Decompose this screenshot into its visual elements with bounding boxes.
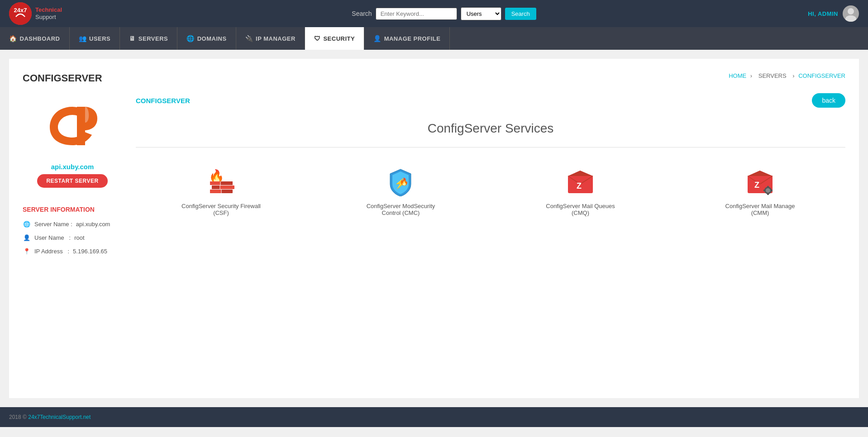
main-content: CONFIGSERVER HOME › SERVERS › CONFIGSERV… [9,59,859,398]
security-icon: 🛡 [314,35,321,42]
svg-rect-29 [767,193,769,195]
server-name-label: Server Name : [34,221,72,228]
cpanel-logo-svg [45,102,100,147]
left-panel: api.xuby.com RESTART SERVER SERVER INFOR… [23,93,122,261]
content-area: api.xuby.com RESTART SERVER SERVER INFOR… [23,93,845,261]
header-right: HI, ADMIN [808,5,859,22]
configserver-section-title: CONFIGSERVER [136,97,190,104]
service-cmc[interactable]: ⚡ 🔥 ConfigServer ModSecurity Control (CM… [360,166,442,216]
search-area: Search Users Servers Domains Search [352,7,536,20]
nav-label-users: USERS [89,35,110,42]
manage-profile-icon: 👤 [373,35,382,42]
svg-rect-8 [221,181,233,185]
right-panel: CONFIGSERVER back ConfigServer Services … [136,93,845,261]
search-button[interactable]: Search [505,8,536,20]
dashboard-icon: 🏠 [9,35,17,42]
divider [136,147,845,147]
svg-rect-12 [210,190,221,193]
footer-link[interactable]: 24x7TechnicalSupport.net [28,414,91,420]
svg-point-27 [766,188,770,193]
servers-icon: 🖥 [129,35,136,42]
username-row: 👤 User Name : root [23,233,122,242]
header: 24x7 Technical Support Search Users Serv… [0,0,868,27]
ip-value: 5.196.169.65 [73,248,107,255]
nav-item-users[interactable]: 👥 USERS [70,27,120,50]
nav-label-manage-profile: MANAGE PROFILE [384,35,441,42]
nav-item-ip-manager[interactable]: 🔌 IP MANAGER [236,27,305,50]
nav-item-servers[interactable]: 🖥 SERVERS [120,27,177,50]
service-csf[interactable]: 🔥 [181,166,262,216]
services-title: ConfigServer Services [136,121,845,136]
domains-icon: 🌐 [186,35,195,42]
ip-icon: 📍 [23,247,31,255]
search-dropdown[interactable]: Users Servers Domains [461,7,501,20]
footer-copyright: 2018 © [9,414,27,420]
logo-text: Technical Support [35,6,62,20]
nav-item-manage-profile[interactable]: 👤 MANAGE PROFILE [364,27,450,50]
server-info-title: SERVER INFORMATION [23,206,122,213]
svg-rect-28 [767,186,769,188]
svg-rect-10 [212,185,220,189]
ip-label: IP Address : [34,248,69,255]
cmc-label: ConfigServer ModSecurity Control (CMC) [360,203,442,216]
server-info-section: SERVER INFORMATION 🌐 Server Name : api.x… [23,206,122,255]
breadcrumb: HOME › SERVERS › CONFIGSERVER [729,72,845,79]
ip-row: 📍 IP Address : 5.196.169.65 [23,247,122,255]
nav-label-ip-manager: IP MANAGER [256,35,296,42]
breadcrumb-current[interactable]: CONFIGSERVER [798,72,845,79]
users-icon: 👥 [79,35,87,42]
service-cmm[interactable]: Z ConfigServer Mail Manage (CMM) [720,166,801,216]
logo-area: 24x7 Technical Support [9,2,62,25]
username-icon: 👤 [23,233,31,242]
search-label: Search [352,10,372,17]
server-name: api.xuby.com [23,163,122,171]
nav-label-security: SECURITY [323,35,355,42]
cmq-label: ConfigServer Mail Queues (CMQ) [540,203,621,216]
cmm-label: ConfigServer Mail Manage (CMM) [720,203,801,216]
nav-label-dashboard: DASHBOARD [20,35,60,42]
breadcrumb-sep1: › [750,72,754,79]
service-cmq[interactable]: Z ConfigServer Mail Queues (CMQ) [540,166,621,216]
svg-rect-30 [763,190,765,191]
username-label: User Name : [34,234,71,241]
server-name-icon: 🌐 [23,220,31,228]
server-logo [23,93,122,158]
svg-text:Z: Z [577,181,582,190]
nav-item-domains[interactable]: 🌐 DOMAINS [177,27,236,50]
username-value: root [74,234,84,241]
restart-server-button[interactable]: RESTART SERVER [37,174,107,188]
greeting-text: HI, ADMIN [808,10,838,17]
back-button[interactable]: back [812,93,845,108]
cmc-icon: ⚡ 🔥 [385,166,417,197]
page-header: CONFIGSERVER HOME › SERVERS › CONFIGSERV… [23,72,845,84]
nav-item-dashboard[interactable]: 🏠 DASHBOARD [0,27,70,50]
cmm-icon: Z [744,166,776,197]
svg-text:Z: Z [754,180,759,190]
nav-label-domains: DOMAINS [197,35,227,42]
breadcrumb-servers: SERVERS [758,72,787,79]
breadcrumb-sep2: › [792,72,796,79]
svg-text:🔥: 🔥 [400,177,409,186]
csf-label: ConfigServer Security Firewall (CSF) [181,203,262,216]
cmq-icon: Z [565,166,596,197]
svg-rect-7 [210,181,220,185]
avatar[interactable] [843,5,859,22]
svg-rect-31 [771,190,773,191]
navigation: 🏠 DASHBOARD 👥 USERS 🖥 SERVERS 🌐 DOMAINS … [0,27,868,50]
search-input[interactable] [376,8,457,20]
server-name-row: 🌐 Server Name : api.xuby.com [23,220,122,228]
ip-manager-icon: 🔌 [245,35,253,42]
nav-item-security[interactable]: 🛡 SECURITY [305,27,364,50]
svg-text:24x7: 24x7 [14,7,27,14]
logo-icon: 24x7 [9,2,32,25]
configserver-section-header: CONFIGSERVER back [136,93,845,108]
svg-point-3 [848,8,854,14]
breadcrumb-home[interactable]: HOME [729,72,746,79]
nav-label-servers: SERVERS [138,35,168,42]
footer: 2018 © 24x7TechnicalSupport.net [0,407,868,427]
services-grid: 🔥 [136,166,845,216]
server-name-value: api.xuby.com [76,221,110,228]
csf-icon: 🔥 [205,166,237,197]
page-title: CONFIGSERVER [23,72,102,84]
